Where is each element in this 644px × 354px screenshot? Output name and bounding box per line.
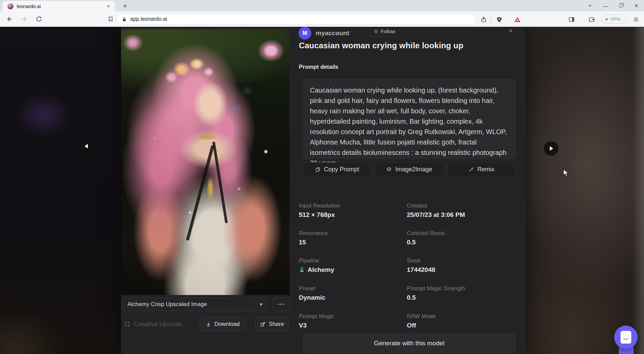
vpn-label: VPN bbox=[610, 16, 620, 22]
share-page-icon[interactable] bbox=[480, 15, 488, 23]
close-icon[interactable]: × bbox=[509, 27, 513, 35]
avatar[interactable]: M bbox=[299, 27, 311, 40]
browser-tab[interactable]: leonardo.ai × bbox=[3, 1, 115, 11]
alchemy-flask-icon bbox=[299, 267, 305, 273]
copy-icon bbox=[315, 167, 321, 172]
browser-toolbar: app.leonardo.ai VPN bbox=[0, 11, 644, 27]
sidebar-panel-icon[interactable] bbox=[568, 15, 576, 23]
image2image-button[interactable]: Image2Image bbox=[375, 162, 443, 176]
page-content: Alchemy Crisp Upscaled Image ▾ ··· Creat… bbox=[0, 27, 644, 354]
generated-image[interactable] bbox=[121, 30, 289, 295]
meta-seed: Seed 17442048 bbox=[407, 257, 507, 274]
menu-icon[interactable] bbox=[632, 15, 640, 23]
tab-strip: leonardo.ai × + — × bbox=[0, 0, 644, 11]
back-button[interactable] bbox=[5, 14, 14, 24]
download-button[interactable]: Download bbox=[200, 317, 246, 331]
previous-image-button[interactable] bbox=[79, 139, 94, 154]
chevron-down-icon: ▾ bbox=[260, 301, 262, 307]
arrow-right-icon bbox=[550, 146, 553, 151]
forward-button[interactable] bbox=[19, 14, 29, 24]
arrow-left-icon bbox=[85, 144, 88, 149]
window-minimize-button[interactable]: — bbox=[598, 0, 613, 11]
bell-icon bbox=[374, 30, 378, 34]
remix-button[interactable]: Remix bbox=[447, 162, 516, 176]
bookmark-icon[interactable] bbox=[106, 14, 115, 24]
new-tab-button[interactable]: + bbox=[121, 2, 129, 10]
image-actions-row: Creative Upscale Download Share bbox=[122, 317, 289, 331]
prompt-details-heading: Prompt details bbox=[299, 64, 338, 70]
meta-input-resolution: Input Resolution 512 × 768px bbox=[299, 202, 399, 219]
vpn-button[interactable]: VPN bbox=[602, 14, 627, 24]
meta-preset: Preset Dynamic bbox=[299, 285, 399, 301]
leonardo-favicon-icon bbox=[7, 3, 13, 9]
meta-resonance: Resonance 15 bbox=[299, 230, 399, 246]
layers-icon bbox=[386, 167, 392, 172]
window-restore-button[interactable] bbox=[613, 0, 629, 11]
image-detail-modal: Alchemy Crisp Upscaled Image ▾ ··· Creat… bbox=[121, 27, 526, 354]
chat-widget-button[interactable] bbox=[614, 326, 638, 349]
url-bar[interactable]: app.leonardo.ai bbox=[117, 13, 476, 25]
upscale-grid-icon bbox=[124, 321, 130, 328]
download-label: Download bbox=[214, 321, 240, 328]
meta-created: Created 25/07/23 at 3:06 PM bbox=[407, 202, 507, 219]
share-button[interactable]: Share bbox=[255, 317, 289, 331]
meta-prompt-magic-strength: Prompt Magic Strength 0.5 bbox=[407, 285, 507, 301]
username[interactable]: myaccount bbox=[316, 30, 349, 37]
tab-close-icon[interactable]: × bbox=[105, 3, 112, 10]
follow-label: Follow bbox=[381, 28, 395, 34]
chat-smile-icon bbox=[621, 331, 631, 344]
bat-rewards-icon[interactable] bbox=[513, 15, 521, 23]
wallet-icon[interactable] bbox=[588, 15, 596, 23]
creative-upscale-button[interactable]: Creative Upscale bbox=[124, 317, 182, 331]
follow-button[interactable]: Follow bbox=[366, 27, 403, 37]
window-controls: — × bbox=[582, 0, 644, 11]
screen: leonardo.ai × + — × app.leonardo.ai bbox=[0, 0, 644, 354]
copy-prompt-button[interactable]: Copy Prompt bbox=[303, 162, 371, 176]
reload-button[interactable] bbox=[34, 14, 44, 24]
vpn-status-dot bbox=[605, 18, 608, 20]
remix-label: Remix bbox=[477, 166, 494, 173]
url-text: app.leonardo.ai bbox=[130, 16, 167, 22]
meta-raw-mode: RAW Mode Off bbox=[407, 313, 507, 329]
image-title: Caucasian woman crying while looking up bbox=[299, 41, 464, 50]
image2image-label: Image2Image bbox=[395, 166, 432, 173]
meta-pipeline: Pipeline Alchemy bbox=[299, 257, 399, 274]
variant-label: Alchemy Crisp Upscaled Image bbox=[127, 301, 260, 308]
toolbar-divider bbox=[491, 16, 491, 22]
creative-upscale-label: Creative Upscale bbox=[134, 320, 182, 328]
share-label: Share bbox=[269, 321, 284, 328]
mouse-cursor bbox=[563, 169, 571, 179]
tab-search-chevron-icon[interactable] bbox=[582, 0, 598, 11]
gallery-backdrop-right bbox=[526, 27, 644, 354]
divider bbox=[299, 191, 516, 191]
window-close-button[interactable]: × bbox=[629, 0, 644, 11]
prompt-text[interactable]: Caucasian woman crying while looking up,… bbox=[303, 79, 516, 159]
brave-shield-icon[interactable] bbox=[495, 15, 503, 23]
photo-vignette bbox=[121, 30, 289, 295]
wand-icon bbox=[468, 167, 474, 172]
gallery-backdrop-left bbox=[0, 27, 121, 354]
download-icon bbox=[206, 321, 211, 327]
tab-title: leonardo.ai bbox=[17, 4, 105, 9]
more-options-button[interactable]: ··· bbox=[273, 298, 290, 311]
lock-icon bbox=[122, 17, 127, 22]
meta-prompt-magic: Prompt Magic V3 bbox=[299, 313, 399, 329]
meta-contrast-boost: Contrast Boost 0.5 bbox=[407, 230, 507, 246]
image-variant-dropdown[interactable]: Alchemy Crisp Upscaled Image ▾ bbox=[122, 298, 268, 311]
next-image-button[interactable] bbox=[544, 141, 558, 156]
share-icon bbox=[260, 321, 266, 327]
generate-with-model-button[interactable]: Generate with this model bbox=[303, 334, 516, 353]
copy-prompt-label: Copy Prompt bbox=[324, 166, 359, 173]
details-panel: M myaccount Follow × Caucasian woman cry… bbox=[299, 27, 516, 354]
prompt-actions: Copy Prompt Image2Image Remix bbox=[303, 162, 516, 176]
